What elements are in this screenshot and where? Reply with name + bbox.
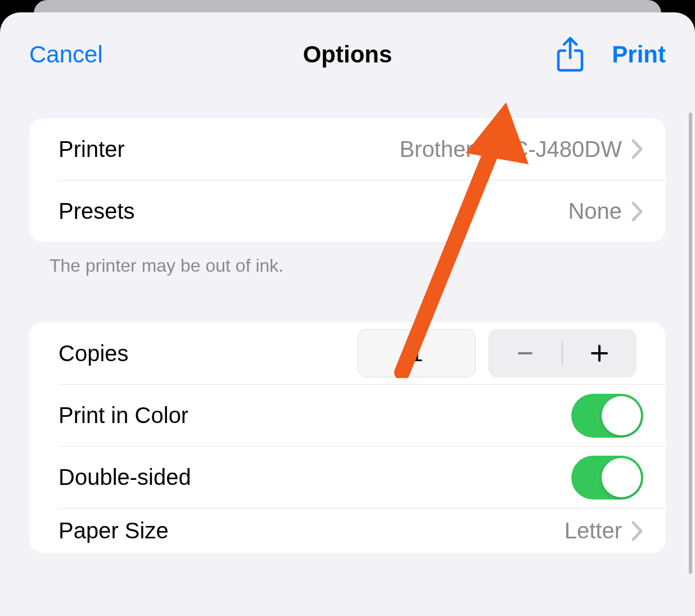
presets-label: Presets [58, 199, 135, 224]
copies-row: Copies 1 [29, 322, 666, 384]
share-icon [556, 37, 585, 73]
cancel-button[interactable]: Cancel [29, 41, 103, 68]
paper-size-row[interactable]: Paper Size Letter [58, 508, 666, 553]
presets-row[interactable]: Presets None [58, 180, 666, 242]
plus-icon [590, 344, 609, 363]
copies-input[interactable]: 1 [358, 329, 476, 377]
print-in-color-label: Print in Color [58, 403, 188, 428]
print-in-color-row: Print in Color [58, 384, 666, 446]
printer-status-note: The printer may be out of ink. [29, 242, 666, 276]
print-options-group: Copies 1 [29, 322, 666, 553]
sheet-header: Cancel Options Print [0, 12, 695, 97]
print-button[interactable]: Print [612, 41, 666, 68]
printer-label: Printer [58, 137, 125, 162]
vertical-scrollbar[interactable] [689, 113, 692, 574]
share-button[interactable] [556, 37, 585, 73]
presets-value: None [568, 199, 622, 224]
print-options-sheet: Cancel Options Print Printer Brother MFC… [0, 12, 695, 616]
chevron-right-icon [631, 201, 643, 222]
copies-increment-button[interactable] [563, 329, 637, 377]
double-sided-label: Double-sided [58, 465, 191, 490]
toggle-knob [602, 396, 641, 435]
paper-size-value: Letter [565, 518, 622, 543]
printer-group: Printer Brother MFC-J480DW Presets None [29, 118, 666, 242]
minus-icon [516, 344, 534, 362]
toggle-knob [602, 458, 641, 497]
paper-size-label: Paper Size [58, 518, 169, 543]
double-sided-row: Double-sided [58, 446, 666, 508]
double-sided-toggle[interactable] [571, 456, 643, 500]
sheet-content: Printer Brother MFC-J480DW Presets None [0, 118, 695, 553]
copies-stepper [488, 329, 637, 377]
copies-label: Copies [58, 341, 129, 366]
chevron-right-icon [631, 520, 643, 542]
chevron-right-icon [631, 138, 643, 160]
print-in-color-toggle[interactable] [571, 394, 643, 438]
printer-value: Brother MFC-J480DW [399, 137, 622, 162]
printer-row[interactable]: Printer Brother MFC-J480DW [29, 118, 666, 180]
sheet-title: Options [303, 41, 392, 68]
copies-decrement-button[interactable] [488, 329, 562, 377]
